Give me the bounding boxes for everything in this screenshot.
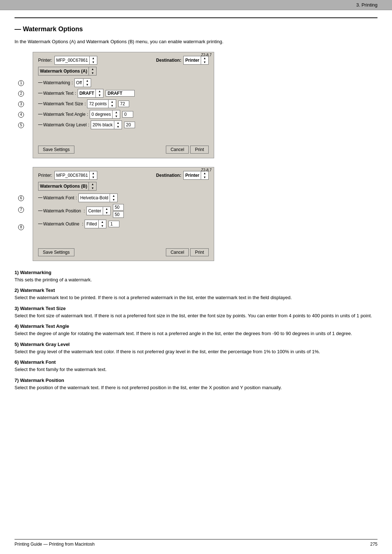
desc-title-5: 5) Watermark Gray Level (15, 342, 377, 347)
panel-a-header: Printer: MFP_00C67861 ▲ ▼ Destination: P… (38, 56, 209, 65)
print-btn-b[interactable]: Print (190, 248, 209, 256)
row-3-value-box[interactable]: 72 (118, 101, 129, 107)
row-7-up[interactable]: ▲ (104, 207, 110, 211)
dest-select-b[interactable]: Printer ▲ ▼ (183, 171, 209, 180)
dash-2a (38, 93, 42, 93)
panel-b-row-7: Watermark Position : Center ▲ ▼ 50 50 (38, 204, 209, 218)
panel-b-row-6: Watermark Font : Helvetica-Bold ▲ ▼ (38, 194, 209, 202)
print-btn-a[interactable]: Print (190, 146, 209, 154)
row-4-down[interactable]: ▼ (113, 114, 119, 118)
panel-b-menu-row: Watermark Options (B) ▲ ▼ (38, 182, 209, 191)
dash-3a (38, 103, 42, 104)
dest-stepper-a[interactable]: ▲ ▼ (201, 56, 208, 64)
row-7-value-y[interactable]: 50 (113, 211, 124, 218)
row-5-colon: : (88, 122, 89, 127)
row-3-ctrl: 72 points (87, 101, 108, 107)
row-8-down[interactable]: ▼ (99, 224, 105, 228)
dest-stepper-b[interactable]: ▲ ▼ (201, 171, 208, 179)
side-num-6: 6 (18, 195, 24, 201)
dest-value-b: Printer (184, 172, 201, 178)
row-7-stepper[interactable]: ▲ ▼ (103, 207, 110, 215)
save-settings-btn-a[interactable]: Save Settings (38, 146, 74, 154)
row-4-select[interactable]: 0 degrees ▲ ▼ (90, 110, 120, 119)
row-5-select[interactable]: 20% black ▲ ▼ (91, 121, 122, 129)
row-2-text-input[interactable]: DRAFT (106, 90, 135, 97)
row-7-select[interactable]: Center ▲ ▼ (86, 207, 111, 215)
save-settings-btn-b[interactable]: Save Settings (38, 248, 74, 256)
row-2-stepper[interactable]: ▲ ▼ (95, 89, 103, 97)
row-7-down[interactable]: ▼ (104, 211, 110, 215)
row-1-down[interactable]: ▼ (84, 83, 90, 87)
row-3-stepper[interactable]: ▲ ▼ (108, 100, 116, 108)
printer-select-a[interactable]: MFP_00C67861 ▲ ▼ (54, 56, 97, 65)
dest-select-a[interactable]: Printer ▲ ▼ (183, 56, 209, 65)
row-8-value-box[interactable]: 1 (109, 221, 119, 227)
dialog-panel-a: Z2-8.7 Printer: MFP_00C67861 ▲ ▼ Destina… (33, 52, 214, 158)
intro-text: In the Watermark Options (A) and Waterma… (15, 38, 377, 45)
up-arr-am[interactable]: ▲ (90, 67, 95, 71)
row-2-colon: : (75, 91, 76, 96)
up-arrow-a[interactable]: ▲ (90, 56, 96, 60)
side-numbers-b: 6 7 8 (18, 195, 24, 230)
row-6-colon: : (76, 195, 77, 200)
spacer-a (38, 131, 209, 142)
panel-b-menu-select[interactable]: Watermark Options (B) ▲ ▼ (38, 182, 97, 191)
down-arr-bm[interactable]: ▼ (90, 186, 95, 190)
circle-8: 8 (18, 224, 24, 230)
row-2-label: Watermark Text (43, 91, 73, 96)
row-5-up[interactable]: ▲ (115, 121, 121, 125)
up-arr-bm[interactable]: ▲ (90, 182, 95, 186)
panel-b-menu-label: Watermark Options (B) (38, 183, 89, 189)
panel-a-menu-select[interactable]: Watermark Options (A) ▲ ▼ (38, 67, 97, 76)
row-3-down[interactable]: ▼ (109, 104, 115, 108)
down-arr-am[interactable]: ▼ (90, 71, 95, 75)
cancel-btn-b[interactable]: Cancel (166, 248, 189, 256)
row-2-ctrl: DRAFT (78, 90, 96, 96)
row-5-stepper[interactable]: ▲ ▼ (114, 121, 122, 129)
row-8-up[interactable]: ▲ (99, 220, 105, 224)
descriptions-section: 1) Watermarking This sets the printing o… (15, 270, 377, 391)
row-6-stepper[interactable]: ▲ ▼ (110, 194, 117, 202)
down-arrow-b[interactable]: ▼ (90, 175, 96, 179)
row-4-up[interactable]: ▲ (113, 110, 119, 114)
circle-3: 3 (18, 101, 24, 107)
row-4-value-box[interactable]: 0 (122, 111, 133, 118)
desc-title-1: 1) Watermarking (15, 270, 377, 275)
panel-a-menu-stepper[interactable]: ▲ ▼ (89, 67, 96, 75)
desc-title-2: 2) Watermark Text (15, 288, 377, 293)
row-8-stepper[interactable]: ▲ ▼ (98, 220, 106, 228)
row-1-select[interactable]: Off ▲ ▼ (74, 78, 91, 87)
row-6-select[interactable]: Helvetica-Bold ▲ ▼ (78, 194, 118, 202)
row-5-value-box[interactable]: 20 (124, 122, 135, 128)
printer-stepper-a[interactable]: ▲ ▼ (89, 56, 97, 64)
row-2-select[interactable]: DRAFT ▲ ▼ (78, 89, 104, 98)
down-arrow-a[interactable]: ▼ (90, 60, 96, 64)
panel-b-menu-stepper[interactable]: ▲ ▼ (89, 182, 96, 190)
row-6-down[interactable]: ▼ (111, 198, 117, 202)
row-4-stepper[interactable]: ▲ ▼ (112, 110, 120, 118)
cancel-btn-a[interactable]: Cancel (166, 146, 189, 154)
row-5-down[interactable]: ▼ (115, 125, 121, 129)
row-6-up[interactable]: ▲ (111, 194, 117, 198)
row-1-colon: : (72, 80, 73, 85)
printer-stepper-b[interactable]: ▲ ▼ (89, 171, 97, 179)
dest-label-a: Destination: (156, 58, 181, 63)
row-7-value-x[interactable]: 50 (113, 204, 124, 211)
down-arr-db[interactable]: ▼ (202, 175, 208, 179)
section-title: Watermark Options (15, 25, 377, 33)
down-arr-da[interactable]: ▼ (202, 60, 208, 64)
row-2-down[interactable]: ▼ (97, 93, 102, 97)
row-1-up[interactable]: ▲ (84, 79, 90, 83)
printer-label-b: Printer: (38, 173, 52, 178)
row-3-up[interactable]: ▲ (109, 100, 115, 104)
printer-select-b[interactable]: MFP_00C67861 ▲ ▼ (54, 171, 97, 180)
up-arrow-b[interactable]: ▲ (90, 171, 96, 175)
row-1-stepper[interactable]: ▲ ▼ (83, 79, 91, 87)
desc-label-7: Watermark Position (20, 378, 64, 383)
desc-num-2: 2) (15, 288, 20, 293)
row-2-up[interactable]: ▲ (97, 89, 102, 93)
panel-b-header: Printer: MFP_00C67861 ▲ ▼ Destination: P… (38, 171, 209, 180)
row-3-select[interactable]: 72 points ▲ ▼ (87, 99, 116, 108)
row-8-select[interactable]: Filled ▲ ▼ (85, 220, 106, 228)
row-8-colon: : (81, 221, 83, 227)
